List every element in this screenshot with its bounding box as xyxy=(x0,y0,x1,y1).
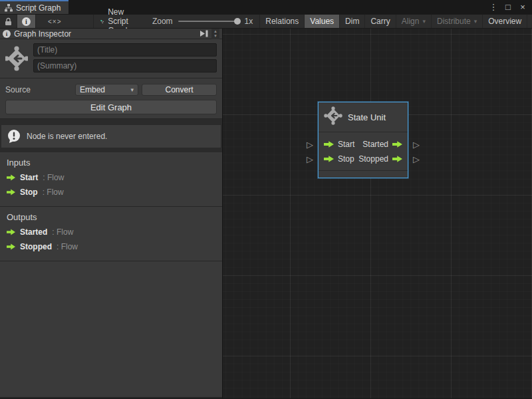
graph-meta-section xyxy=(0,39,222,78)
port-type: : Flow xyxy=(43,173,64,182)
convert-button[interactable]: Convert xyxy=(142,84,217,96)
port-label: Stop xyxy=(338,154,354,164)
graph-inspector-panel: i Graph Inspector ▲ ▼ xyxy=(0,29,223,398)
chevron-down-icon: ▾ xyxy=(474,18,477,25)
graph-canvas[interactable]: State Unit Start Started xyxy=(223,29,532,398)
zoom-value: 1x xyxy=(245,17,253,26)
inputs-section: Inputs Start : Flow Stop : Flow xyxy=(0,152,222,207)
state-unit-node-header[interactable]: State Unit xyxy=(319,102,408,132)
ghost-port-icon[interactable]: ▷ xyxy=(307,140,313,149)
window-controls: ⋮ □ × xyxy=(488,0,532,14)
zoom-slider-handle[interactable] xyxy=(234,18,241,25)
node-footer xyxy=(319,170,408,178)
toolbar-button-relations[interactable]: Relations xyxy=(259,15,305,28)
state-machine-icon xyxy=(5,45,28,74)
port-label: Started xyxy=(362,140,388,149)
input-port-start[interactable]: Start xyxy=(324,140,354,149)
graph-toolbar: i <×> New Script Graph Zoom 1x Relations xyxy=(0,14,532,29)
zoom-slider[interactable] xyxy=(178,21,239,22)
button-label: Align xyxy=(402,17,420,26)
graph-inspector-header: i Graph Inspector ▲ ▼ xyxy=(0,29,222,39)
tab-bar: Script Graph ⋮ □ × xyxy=(0,0,532,14)
script-graph-window: Script Graph ⋮ □ × i <×> xyxy=(0,0,532,399)
toolbar-button-full-screen[interactable]: Full Screen xyxy=(527,15,532,28)
chevron-down-icon: ▾ xyxy=(422,18,426,25)
inputs-title: Inputs xyxy=(7,158,217,168)
button-label: Values xyxy=(310,17,334,26)
warning-text: Node is never entered. xyxy=(27,132,107,141)
dock-icon[interactable] xyxy=(200,30,208,37)
close-icon[interactable]: × xyxy=(517,2,528,12)
code-view-button[interactable]: <×> xyxy=(36,15,74,28)
toolbar-button-distribute[interactable]: Distribute ▾ xyxy=(432,15,483,28)
source-dropdown[interactable]: Embed ▾ xyxy=(75,84,138,96)
port-label: Start xyxy=(338,140,354,149)
button-label: Carry xyxy=(370,17,390,26)
new-script-graph-button[interactable]: New Script Graph xyxy=(94,15,142,28)
lock-button[interactable] xyxy=(0,15,17,28)
toolbar-button-align[interactable]: Align ▾ xyxy=(396,15,432,28)
port-name: Stopped xyxy=(20,242,52,251)
toolbar-button-overview[interactable]: Overview xyxy=(483,15,527,28)
zoom-control: Zoom 1x xyxy=(142,15,259,28)
port-type: : Flow xyxy=(52,227,73,237)
port-name: Stop xyxy=(20,188,38,197)
port-label: Stopped xyxy=(358,154,388,164)
panel-scrollbar[interactable]: ▲ ▼ xyxy=(211,29,219,39)
scroll-down-icon[interactable]: ▼ xyxy=(213,34,217,39)
graph-source-section: Source Embed ▾ Convert Edit Graph xyxy=(0,78,222,119)
graph-nodes-icon xyxy=(100,17,104,26)
chevron-down-icon: ▾ xyxy=(130,86,134,93)
port-type: : Flow xyxy=(43,188,64,197)
button-label: Distribute xyxy=(437,17,471,26)
convert-label: Convert xyxy=(165,85,193,94)
state-unit-node[interactable]: State Unit Start Started xyxy=(318,102,408,178)
output-port-stopped[interactable]: Stopped xyxy=(358,154,402,164)
ghost-port-icon[interactable]: ▷ xyxy=(413,140,420,149)
hierarchy-icon xyxy=(5,4,13,12)
warning-bubble-icon xyxy=(7,129,21,144)
zoom-label: Zoom xyxy=(152,17,173,26)
tab-label: Script Graph xyxy=(16,3,61,13)
port-row-started: Started : Flow xyxy=(7,227,217,237)
node-port-row: Start Started xyxy=(324,137,402,152)
flow-arrow-icon xyxy=(7,174,15,181)
state-machine-icon xyxy=(324,106,342,128)
port-name: Started xyxy=(20,227,47,237)
outputs-title: Outputs xyxy=(7,212,217,222)
scroll-up-icon[interactable]: ▲ xyxy=(213,29,217,34)
flow-arrow-icon xyxy=(7,229,15,235)
edit-graph-button[interactable]: Edit Graph xyxy=(5,100,217,114)
ghost-port-icon[interactable]: ▷ xyxy=(307,155,313,164)
port-type: : Flow xyxy=(57,242,78,251)
source-label: Source xyxy=(5,85,72,94)
flow-arrow-icon xyxy=(392,156,402,163)
tab-script-graph[interactable]: Script Graph xyxy=(0,0,68,14)
warning-box: Node is never entered. xyxy=(1,124,221,148)
input-port-stop[interactable]: Stop xyxy=(324,154,354,164)
toolbar-button-dim[interactable]: Dim xyxy=(340,15,365,28)
toolbar-button-values[interactable]: Values xyxy=(305,15,340,28)
inspector-toggle-button[interactable]: i xyxy=(17,15,36,28)
port-row-stopped: Stopped : Flow xyxy=(7,242,217,251)
inspector-title: Graph Inspector xyxy=(14,29,196,39)
ghost-port-icon[interactable]: ▷ xyxy=(413,155,420,164)
inspector-empty-area xyxy=(0,261,222,398)
graph-summary-input[interactable] xyxy=(33,59,217,72)
edit-graph-label: Edit Graph xyxy=(90,102,132,112)
graph-title-input[interactable] xyxy=(33,43,217,57)
maximize-icon[interactable]: □ xyxy=(503,2,513,12)
menu-icon[interactable]: ⋮ xyxy=(488,2,499,12)
button-label: Relations xyxy=(265,17,299,26)
flow-arrow-icon xyxy=(392,141,402,148)
toolbar-button-carry[interactable]: Carry xyxy=(365,15,396,28)
node-port-row: Stop Stopped xyxy=(324,152,402,166)
source-value: Embed xyxy=(80,85,105,94)
node-title: State Unit xyxy=(348,112,386,122)
output-port-started[interactable]: Started xyxy=(362,140,402,149)
flow-arrow-icon xyxy=(324,156,334,163)
info-icon: i xyxy=(3,30,11,38)
info-icon: i xyxy=(22,17,31,26)
button-label: Dim xyxy=(345,17,359,26)
code-icon: <×> xyxy=(48,18,62,25)
